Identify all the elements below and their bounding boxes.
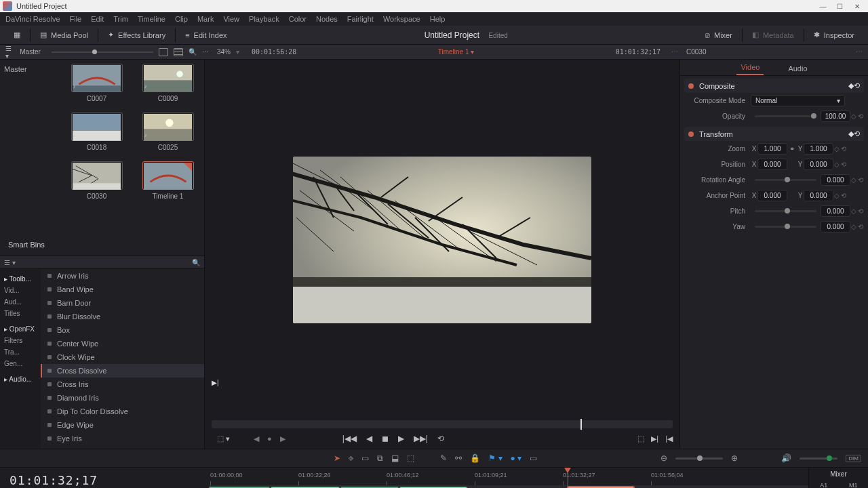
fx-cat[interactable]: Titles: [3, 308, 38, 319]
fx-item[interactable]: Heart: [41, 445, 204, 449]
blade-tool-icon[interactable]: ⎆: [349, 453, 353, 463]
fx-search-icon[interactable]: 🔍: [192, 259, 200, 266]
metadata-button[interactable]: ◧ Metadata: [744, 26, 802, 45]
opacity-slider[interactable]: [755, 115, 816, 117]
next-edit-icon[interactable]: ▶|: [212, 379, 219, 386]
list-view-icon[interactable]: [174, 48, 183, 56]
mixer-button[interactable]: ⎚ Mixer: [697, 26, 741, 45]
viewer[interactable]: ▶|: [205, 60, 679, 420]
menu-color[interactable]: Color: [289, 15, 307, 23]
menu-mark[interactable]: Mark: [197, 15, 214, 23]
opacity-value[interactable]: 100.00: [821, 110, 850, 122]
pitch-slider[interactable]: [755, 210, 816, 212]
zoom-x[interactable]: 1.000: [757, 143, 787, 155]
fx-item[interactable]: Box: [41, 323, 204, 337]
media-pool-button[interactable]: ▤ Media Pool: [32, 26, 96, 45]
composite-header[interactable]: Composite◆ ⟲: [684, 79, 864, 93]
nav-next-icon[interactable]: ▶: [280, 434, 285, 443]
playhead[interactable]: [568, 468, 568, 488]
nav-prev-icon[interactable]: ◀: [254, 434, 259, 443]
menu-edit[interactable]: Edit: [91, 15, 104, 23]
clip-thumb[interactable]: ♪ C0025: [136, 113, 200, 157]
fx-cat[interactable]: Aud...: [3, 296, 38, 308]
bin-master[interactable]: Master: [4, 64, 64, 75]
selection-tool-icon[interactable]: ➤: [334, 453, 340, 463]
fx-cat[interactable]: Vid...: [3, 285, 38, 296]
next-clip-icon[interactable]: ▶|: [651, 434, 658, 443]
fx-item[interactable]: Cross Iris: [41, 378, 204, 391]
pitch-value[interactable]: 0.000: [821, 205, 850, 217]
menu-nodes[interactable]: Nodes: [316, 15, 338, 23]
keyframe-icon[interactable]: ◇: [850, 113, 857, 120]
fx-item[interactable]: Center Wipe: [41, 337, 204, 350]
fx-item[interactable]: Cross Dissolve: [41, 364, 204, 378]
menu-timeline[interactable]: Timeline: [138, 15, 165, 23]
menu-view[interactable]: View: [223, 15, 239, 23]
match-frame-icon[interactable]: ⬚: [637, 434, 644, 443]
menu-trim[interactable]: Trim: [113, 15, 128, 23]
fx-item[interactable]: Blur Dissolve: [41, 310, 204, 323]
timeline-ruler[interactable]: 01:00:00;0001:00:22;2601:00:46;1201:01:0…: [209, 468, 808, 485]
menu-davinci[interactable]: DaVinci Resolve: [5, 15, 60, 23]
lock-icon[interactable]: 🔒: [470, 453, 480, 463]
pos-y[interactable]: 0.000: [804, 159, 833, 170]
clip-thumb[interactable]: ♪ C0018: [64, 113, 129, 157]
zoom-out-icon[interactable]: ⊖: [660, 453, 667, 463]
video-track[interactable]: • C0007• C0009• C0018• C0025• C0030-06:2…: [209, 485, 808, 488]
fx-item[interactable]: Eye Iris: [41, 432, 204, 445]
stop-button[interactable]: ◼: [382, 434, 389, 443]
yaw-value[interactable]: 0.000: [821, 221, 850, 232]
loop-button[interactable]: ⟲: [437, 434, 444, 443]
menu-playback[interactable]: Playback: [249, 15, 279, 23]
go-start-button[interactable]: |◀◀: [342, 434, 357, 443]
prev-clip-icon[interactable]: |◀: [665, 434, 673, 443]
fx-item[interactable]: Arrow Iris: [41, 269, 204, 283]
fx-item[interactable]: Barn Door: [41, 296, 204, 310]
zoom-slider[interactable]: [675, 458, 723, 460]
link-icon[interactable]: ⚯: [455, 453, 462, 463]
marker-icon[interactable]: ● ▾: [511, 453, 522, 463]
inspector-options-icon[interactable]: ⋯: [856, 48, 863, 56]
close-button[interactable]: ✕: [848, 1, 865, 12]
fx-item[interactable]: Dip To Color Dissolve: [41, 405, 204, 418]
clip-thumb[interactable]: ♪ C0030: [64, 161, 129, 206]
edit-index-button[interactable]: ≡ Edit Index: [177, 26, 235, 45]
tab-audio[interactable]: Audio: [784, 62, 811, 75]
zoom-in-icon[interactable]: ⊕: [731, 453, 738, 463]
layout-icon[interactable]: ▦: [5, 26, 28, 45]
rotation-value[interactable]: 0.000: [821, 174, 850, 186]
anchor-x[interactable]: 0.000: [757, 190, 787, 201]
fit-icon[interactable]: ⬚: [407, 453, 414, 463]
insert-icon[interactable]: ▭: [361, 453, 369, 463]
minimize-button[interactable]: —: [814, 1, 831, 12]
menu-workspace[interactable]: Workspace: [383, 15, 420, 23]
play-button[interactable]: ▶: [398, 434, 404, 443]
fx-cat[interactable]: Filters: [3, 335, 38, 346]
fx-layout-icon[interactable]: ☰ ▾: [4, 259, 16, 266]
reset-icon[interactable]: ⟲: [857, 113, 864, 120]
replace-icon[interactable]: ⬓: [391, 453, 399, 463]
fx-item[interactable]: Clock Wipe: [41, 350, 204, 364]
anchor-y[interactable]: 0.000: [804, 190, 833, 201]
overlay-icon[interactable]: ⬚ ▾: [217, 434, 230, 443]
fx-cat[interactable]: Tra...: [3, 346, 38, 358]
viewer-scrubber[interactable]: [212, 420, 673, 428]
tab-video[interactable]: Video: [736, 60, 764, 75]
fx-item[interactable]: Edge Wipe: [41, 418, 204, 432]
fx-item[interactable]: Diamond Iris: [41, 391, 204, 405]
viewer-options-icon[interactable]: ⋯: [671, 48, 678, 56]
maximize-button[interactable]: ☐: [831, 1, 848, 12]
menu-file[interactable]: File: [70, 15, 82, 23]
transform-header[interactable]: Transform◆ ⟲: [684, 127, 864, 141]
flag-icon[interactable]: ⚑ ▾: [488, 453, 502, 463]
fx-item[interactable]: Band Wipe: [41, 283, 204, 296]
effects-library-button[interactable]: ✦ Effects Library: [100, 26, 174, 45]
mute-icon[interactable]: 🔊: [781, 453, 791, 463]
volume-slider[interactable]: [800, 458, 837, 460]
pos-x[interactable]: 0.000: [757, 159, 787, 170]
menu-help[interactable]: Help: [430, 15, 446, 23]
step-back-button[interactable]: ◀: [366, 434, 372, 443]
rotation-slider[interactable]: [755, 179, 816, 181]
search-icon[interactable]: 🔍: [189, 48, 197, 56]
snap-icon[interactable]: ▭: [530, 453, 537, 463]
